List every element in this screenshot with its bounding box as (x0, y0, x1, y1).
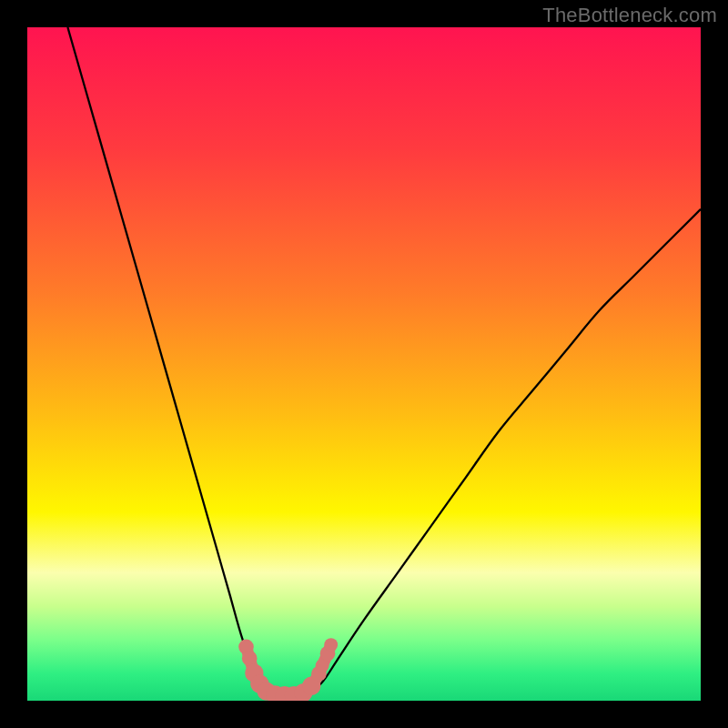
plot-background (27, 27, 701, 701)
chain-bead (242, 651, 258, 666)
watermark-text: TheBottleneck.com (542, 4, 717, 27)
chain-bead (324, 638, 338, 652)
bottleneck-chart (27, 27, 701, 701)
chart-frame: TheBottleneck.com (0, 0, 728, 728)
